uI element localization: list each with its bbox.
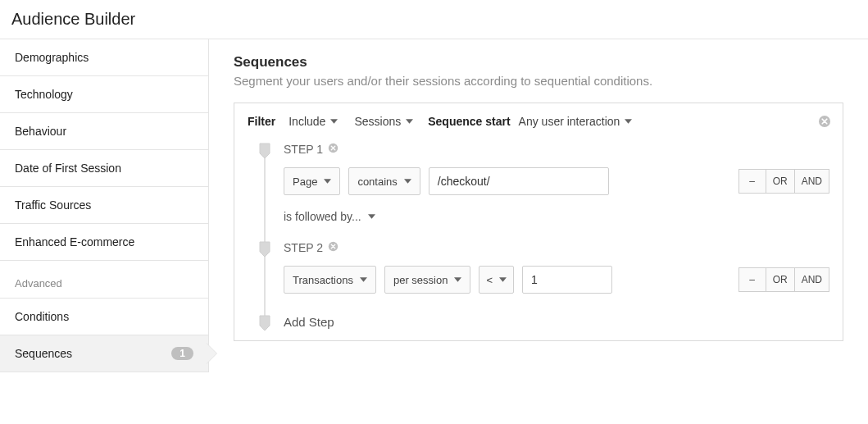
scope-dropdown[interactable]: Sessions <box>354 115 413 128</box>
sidebar-item-traffic-sources[interactable]: Traffic Sources <box>0 187 208 224</box>
caret-down-icon <box>406 119 413 124</box>
sidebar-item-count-badge: 1 <box>171 347 193 360</box>
sequence-panel: Filter Include Sessions Sequence start A… <box>234 103 843 341</box>
sidebar-group-advanced: Advanced <box>0 261 208 298</box>
caret-down-icon <box>324 179 331 184</box>
remove-step-icon[interactable] <box>328 241 339 254</box>
sidebar-item-label: Behaviour <box>15 125 66 138</box>
sidebar-item-demographics[interactable]: Demographics <box>0 39 208 76</box>
sidebar-item-technology[interactable]: Technology <box>0 76 208 113</box>
sidebar-item-label: Enhanced E-commerce <box>15 235 134 248</box>
sequence-step-2: STEP 2 Transactions per session <box>284 241 829 310</box>
or-button[interactable]: OR <box>766 169 795 194</box>
caret-down-icon <box>454 277 461 282</box>
caret-down-icon <box>368 214 375 219</box>
sequence-start-dropdown[interactable]: Any user interaction <box>519 115 633 128</box>
sequence-step-1: STEP 1 Page contains <box>284 143 829 241</box>
timeline-line <box>264 151 266 321</box>
metric-value: Transactions <box>293 274 353 286</box>
metric-value-input[interactable] <box>522 266 612 294</box>
match-type-value: contains <box>357 176 397 188</box>
content-pane: Sequences Segment your users and/or thei… <box>209 39 868 372</box>
condition-op-group: – OR AND <box>738 267 829 292</box>
sequence-start-label: Sequence start <box>428 115 510 128</box>
page-title: Audience Builder <box>0 0 868 39</box>
dimension-value: Page <box>293 176 317 188</box>
caret-down-icon <box>404 179 411 184</box>
caret-down-icon <box>625 119 632 124</box>
sidebar-item-label: Date of First Session <box>15 162 121 175</box>
comparison-operator-value: < <box>486 274 493 286</box>
include-exclude-dropdown[interactable]: Include <box>289 115 338 128</box>
filter-label: Filter <box>248 115 275 128</box>
step-title: STEP 2 <box>284 241 323 254</box>
sidebar-item-sequences[interactable]: Sequences 1 <box>0 335 208 372</box>
sidebar-item-label: Sequences <box>15 347 72 360</box>
and-button[interactable]: AND <box>795 169 829 194</box>
step-title: STEP 1 <box>284 143 323 156</box>
step-marker-icon <box>259 315 270 331</box>
sidebar-item-enhanced-ecommerce[interactable]: Enhanced E-commerce <box>0 224 208 261</box>
remove-sequence-icon[interactable] <box>818 115 831 131</box>
and-button[interactable]: AND <box>795 267 829 292</box>
comparison-operator-dropdown[interactable]: < <box>479 266 514 294</box>
section-subtitle: Segment your users and/or their sessions… <box>234 74 843 88</box>
metric-scope-dropdown[interactable]: per session <box>384 266 470 294</box>
filter-row: Filter Include Sessions Sequence start A… <box>248 115 829 128</box>
add-step-label: Add Step <box>284 315 829 329</box>
caret-down-icon <box>330 119 338 124</box>
match-type-dropdown[interactable]: contains <box>348 167 420 195</box>
step-marker-icon <box>259 241 270 258</box>
condition-op-group: – OR AND <box>738 169 829 194</box>
sidebar-item-label: Technology <box>15 88 73 101</box>
remove-condition-button[interactable]: – <box>738 169 766 194</box>
metric-dropdown[interactable]: Transactions <box>284 266 376 294</box>
caret-down-icon <box>499 277 507 282</box>
remove-step-icon[interactable] <box>328 143 339 156</box>
sidebar-item-label: Conditions <box>15 310 69 323</box>
sidebar-item-label: Traffic Sources <box>15 198 91 212</box>
step-marker-icon <box>259 143 270 159</box>
step-connector-value: is followed by... <box>284 210 361 223</box>
sidebar-item-label: Demographics <box>15 51 89 64</box>
or-button[interactable]: OR <box>766 267 795 292</box>
sequence-timeline: STEP 1 Page contains <box>248 143 829 329</box>
dimension-value-input[interactable] <box>429 167 609 195</box>
include-exclude-value: Include <box>289 115 325 128</box>
dimension-dropdown[interactable]: Page <box>284 167 340 195</box>
caret-down-icon <box>360 277 367 282</box>
section-title: Sequences <box>234 54 843 71</box>
metric-scope-value: per session <box>393 274 448 286</box>
sidebar: Demographics Technology Behaviour Date o… <box>0 39 209 372</box>
sidebar-item-behaviour[interactable]: Behaviour <box>0 113 208 150</box>
scope-value: Sessions <box>354 115 401 128</box>
sidebar-item-date-first-session[interactable]: Date of First Session <box>0 150 208 187</box>
add-step-row[interactable]: Add Step <box>284 315 829 329</box>
step-connector-dropdown[interactable]: is followed by... <box>284 210 829 223</box>
sidebar-item-conditions[interactable]: Conditions <box>0 298 208 335</box>
sequence-start-value: Any user interaction <box>519 115 620 128</box>
remove-condition-button[interactable]: – <box>738 267 766 292</box>
